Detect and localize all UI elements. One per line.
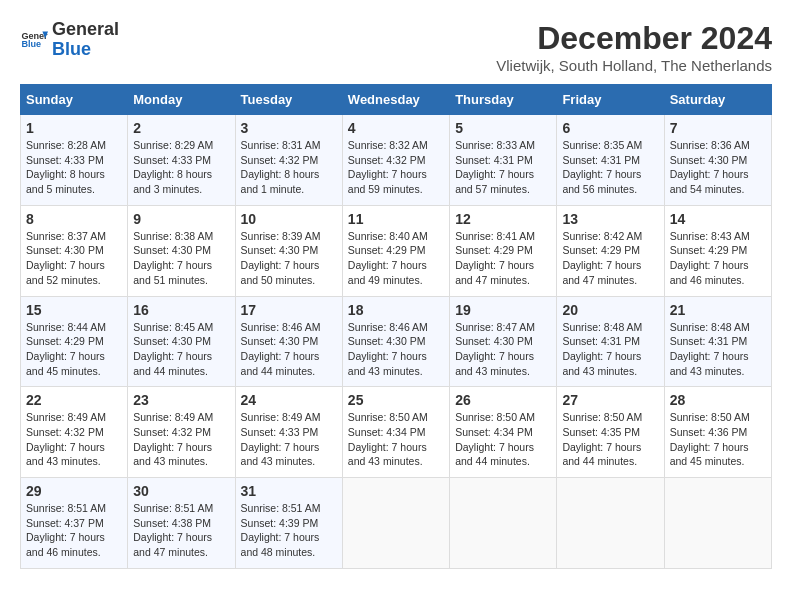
- day-detail: Sunrise: 8:35 AM Sunset: 4:31 PM Dayligh…: [562, 138, 658, 197]
- day-number: 4: [348, 120, 444, 136]
- calendar-cell: 26 Sunrise: 8:50 AM Sunset: 4:34 PM Dayl…: [450, 387, 557, 478]
- weekday-header-monday: Monday: [128, 85, 235, 115]
- logo-icon: General Blue: [20, 26, 48, 54]
- day-detail: Sunrise: 8:49 AM Sunset: 4:32 PM Dayligh…: [26, 410, 122, 469]
- day-number: 12: [455, 211, 551, 227]
- calendar-cell: 24 Sunrise: 8:49 AM Sunset: 4:33 PM Dayl…: [235, 387, 342, 478]
- day-number: 17: [241, 302, 337, 318]
- calendar-cell: 31 Sunrise: 8:51 AM Sunset: 4:39 PM Dayl…: [235, 478, 342, 569]
- day-number: 21: [670, 302, 766, 318]
- day-detail: Sunrise: 8:51 AM Sunset: 4:37 PM Dayligh…: [26, 501, 122, 560]
- day-number: 24: [241, 392, 337, 408]
- calendar-cell: 4 Sunrise: 8:32 AM Sunset: 4:32 PM Dayli…: [342, 115, 449, 206]
- logo: General Blue General Blue: [20, 20, 119, 60]
- day-detail: Sunrise: 8:36 AM Sunset: 4:30 PM Dayligh…: [670, 138, 766, 197]
- calendar-week-row: 22 Sunrise: 8:49 AM Sunset: 4:32 PM Dayl…: [21, 387, 772, 478]
- day-detail: Sunrise: 8:48 AM Sunset: 4:31 PM Dayligh…: [562, 320, 658, 379]
- calendar-cell: 14 Sunrise: 8:43 AM Sunset: 4:29 PM Dayl…: [664, 205, 771, 296]
- logo-general-text: General: [52, 20, 119, 40]
- day-detail: Sunrise: 8:40 AM Sunset: 4:29 PM Dayligh…: [348, 229, 444, 288]
- day-detail: Sunrise: 8:46 AM Sunset: 4:30 PM Dayligh…: [348, 320, 444, 379]
- calendar-cell: 15 Sunrise: 8:44 AM Sunset: 4:29 PM Dayl…: [21, 296, 128, 387]
- day-detail: Sunrise: 8:38 AM Sunset: 4:30 PM Dayligh…: [133, 229, 229, 288]
- day-number: 9: [133, 211, 229, 227]
- calendar-cell: 3 Sunrise: 8:31 AM Sunset: 4:32 PM Dayli…: [235, 115, 342, 206]
- day-detail: Sunrise: 8:41 AM Sunset: 4:29 PM Dayligh…: [455, 229, 551, 288]
- calendar-table: SundayMondayTuesdayWednesdayThursdayFrid…: [20, 84, 772, 569]
- weekday-header-tuesday: Tuesday: [235, 85, 342, 115]
- day-number: 2: [133, 120, 229, 136]
- calendar-cell: 12 Sunrise: 8:41 AM Sunset: 4:29 PM Dayl…: [450, 205, 557, 296]
- day-number: 19: [455, 302, 551, 318]
- calendar-cell: 29 Sunrise: 8:51 AM Sunset: 4:37 PM Dayl…: [21, 478, 128, 569]
- calendar-cell: 6 Sunrise: 8:35 AM Sunset: 4:31 PM Dayli…: [557, 115, 664, 206]
- day-number: 7: [670, 120, 766, 136]
- calendar-week-row: 1 Sunrise: 8:28 AM Sunset: 4:33 PM Dayli…: [21, 115, 772, 206]
- calendar-cell: [557, 478, 664, 569]
- day-detail: Sunrise: 8:32 AM Sunset: 4:32 PM Dayligh…: [348, 138, 444, 197]
- weekday-header-sunday: Sunday: [21, 85, 128, 115]
- day-number: 30: [133, 483, 229, 499]
- day-number: 28: [670, 392, 766, 408]
- day-number: 16: [133, 302, 229, 318]
- day-number: 3: [241, 120, 337, 136]
- month-title: December 2024: [496, 20, 772, 57]
- title-area: December 2024 Vlietwijk, South Holland, …: [496, 20, 772, 74]
- day-number: 14: [670, 211, 766, 227]
- day-detail: Sunrise: 8:51 AM Sunset: 4:39 PM Dayligh…: [241, 501, 337, 560]
- location-title: Vlietwijk, South Holland, The Netherland…: [496, 57, 772, 74]
- calendar-cell: 23 Sunrise: 8:49 AM Sunset: 4:32 PM Dayl…: [128, 387, 235, 478]
- calendar-cell: [664, 478, 771, 569]
- weekday-header-row: SundayMondayTuesdayWednesdayThursdayFrid…: [21, 85, 772, 115]
- calendar-cell: 13 Sunrise: 8:42 AM Sunset: 4:29 PM Dayl…: [557, 205, 664, 296]
- calendar-cell: 11 Sunrise: 8:40 AM Sunset: 4:29 PM Dayl…: [342, 205, 449, 296]
- calendar-week-row: 29 Sunrise: 8:51 AM Sunset: 4:37 PM Dayl…: [21, 478, 772, 569]
- logo-blue-text: Blue: [52, 40, 119, 60]
- calendar-cell: [342, 478, 449, 569]
- day-number: 20: [562, 302, 658, 318]
- day-detail: Sunrise: 8:39 AM Sunset: 4:30 PM Dayligh…: [241, 229, 337, 288]
- day-number: 22: [26, 392, 122, 408]
- calendar-cell: 7 Sunrise: 8:36 AM Sunset: 4:30 PM Dayli…: [664, 115, 771, 206]
- day-detail: Sunrise: 8:28 AM Sunset: 4:33 PM Dayligh…: [26, 138, 122, 197]
- day-detail: Sunrise: 8:50 AM Sunset: 4:36 PM Dayligh…: [670, 410, 766, 469]
- day-number: 25: [348, 392, 444, 408]
- calendar-cell: 25 Sunrise: 8:50 AM Sunset: 4:34 PM Dayl…: [342, 387, 449, 478]
- day-detail: Sunrise: 8:48 AM Sunset: 4:31 PM Dayligh…: [670, 320, 766, 379]
- day-number: 15: [26, 302, 122, 318]
- day-number: 27: [562, 392, 658, 408]
- day-detail: Sunrise: 8:37 AM Sunset: 4:30 PM Dayligh…: [26, 229, 122, 288]
- calendar-cell: 8 Sunrise: 8:37 AM Sunset: 4:30 PM Dayli…: [21, 205, 128, 296]
- weekday-header-friday: Friday: [557, 85, 664, 115]
- day-number: 26: [455, 392, 551, 408]
- day-detail: Sunrise: 8:51 AM Sunset: 4:38 PM Dayligh…: [133, 501, 229, 560]
- calendar-cell: 17 Sunrise: 8:46 AM Sunset: 4:30 PM Dayl…: [235, 296, 342, 387]
- calendar-cell: 19 Sunrise: 8:47 AM Sunset: 4:30 PM Dayl…: [450, 296, 557, 387]
- calendar-cell: 5 Sunrise: 8:33 AM Sunset: 4:31 PM Dayli…: [450, 115, 557, 206]
- day-number: 23: [133, 392, 229, 408]
- calendar-cell: 2 Sunrise: 8:29 AM Sunset: 4:33 PM Dayli…: [128, 115, 235, 206]
- calendar-cell: 21 Sunrise: 8:48 AM Sunset: 4:31 PM Dayl…: [664, 296, 771, 387]
- day-number: 31: [241, 483, 337, 499]
- calendar-cell: 30 Sunrise: 8:51 AM Sunset: 4:38 PM Dayl…: [128, 478, 235, 569]
- weekday-header-thursday: Thursday: [450, 85, 557, 115]
- day-detail: Sunrise: 8:49 AM Sunset: 4:32 PM Dayligh…: [133, 410, 229, 469]
- day-detail: Sunrise: 8:43 AM Sunset: 4:29 PM Dayligh…: [670, 229, 766, 288]
- calendar-cell: 1 Sunrise: 8:28 AM Sunset: 4:33 PM Dayli…: [21, 115, 128, 206]
- calendar-cell: 16 Sunrise: 8:45 AM Sunset: 4:30 PM Dayl…: [128, 296, 235, 387]
- calendar-cell: 22 Sunrise: 8:49 AM Sunset: 4:32 PM Dayl…: [21, 387, 128, 478]
- day-number: 5: [455, 120, 551, 136]
- calendar-week-row: 8 Sunrise: 8:37 AM Sunset: 4:30 PM Dayli…: [21, 205, 772, 296]
- day-number: 6: [562, 120, 658, 136]
- day-number: 18: [348, 302, 444, 318]
- svg-text:Blue: Blue: [21, 39, 41, 49]
- weekday-header-saturday: Saturday: [664, 85, 771, 115]
- calendar-cell: [450, 478, 557, 569]
- calendar-cell: 27 Sunrise: 8:50 AM Sunset: 4:35 PM Dayl…: [557, 387, 664, 478]
- day-detail: Sunrise: 8:44 AM Sunset: 4:29 PM Dayligh…: [26, 320, 122, 379]
- day-detail: Sunrise: 8:45 AM Sunset: 4:30 PM Dayligh…: [133, 320, 229, 379]
- day-detail: Sunrise: 8:46 AM Sunset: 4:30 PM Dayligh…: [241, 320, 337, 379]
- calendar-cell: 18 Sunrise: 8:46 AM Sunset: 4:30 PM Dayl…: [342, 296, 449, 387]
- day-detail: Sunrise: 8:50 AM Sunset: 4:34 PM Dayligh…: [348, 410, 444, 469]
- day-number: 8: [26, 211, 122, 227]
